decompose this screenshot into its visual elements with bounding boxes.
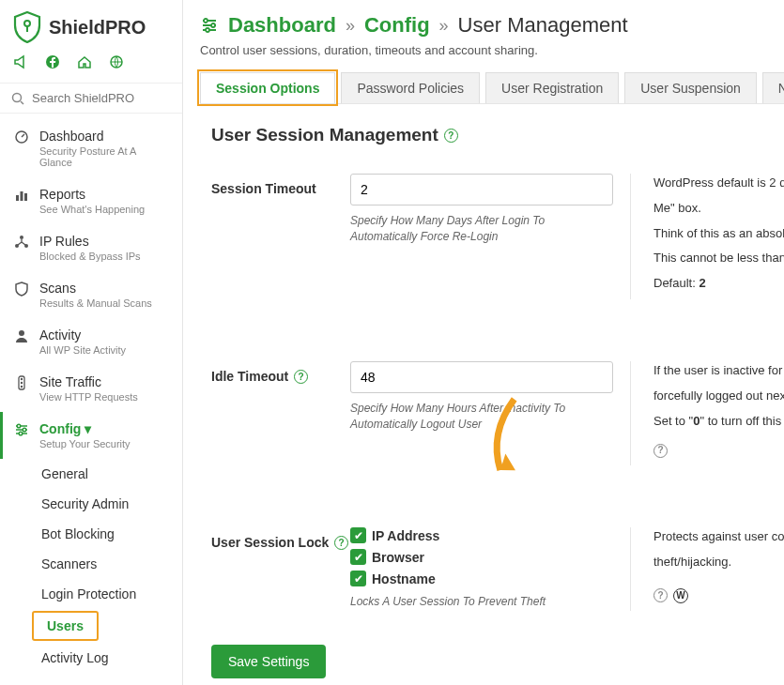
svg-point-14 (21, 378, 23, 380)
hint-session-lock: Locks A User Session To Prevent Theft (350, 594, 613, 610)
section-title: User Session Management ? (211, 125, 784, 145)
tab-user-suspension[interactable]: User Suspension (624, 72, 757, 103)
sidebar-item-activity[interactable]: ActivityAll WP Site Activity (0, 318, 182, 365)
breadcrumb: Dashboard » Config » User Management (200, 13, 784, 38)
traffic-icon (13, 375, 30, 390)
shield-icon (13, 282, 30, 297)
sidebar-item-site-traffic[interactable]: Site TrafficView HTTP Requests (0, 365, 182, 412)
svg-rect-7 (21, 191, 23, 201)
tab-session-options[interactable]: Session Options (200, 72, 335, 103)
svg-point-17 (17, 424, 21, 428)
help-idle-timeout: If the user is inactive for the nu force… (630, 361, 784, 465)
subnav-users[interactable]: Users (32, 611, 99, 641)
svg-rect-8 (24, 193, 27, 201)
shield-logo-icon (13, 11, 41, 43)
save-button[interactable]: Save Settings (211, 645, 326, 678)
sidebar-item-config-[interactable]: Config ▾Setup Your Security (0, 412, 182, 459)
hint-idle-timeout: Specify How Many Hours After Inactivity … (350, 401, 613, 433)
subnav-bot-blocking[interactable]: Bot Blocking (32, 519, 182, 549)
globe-icon[interactable] (109, 54, 124, 69)
input-session-timeout[interactable] (350, 174, 613, 206)
help-icon[interactable]: ? (444, 129, 458, 143)
sidebar-item-reports[interactable]: ReportsSee What's Happening (0, 177, 182, 224)
search-icon (11, 92, 24, 105)
gauge-icon (13, 129, 30, 145)
sliders-icon (13, 422, 30, 437)
wordpress-icon[interactable]: W (673, 588, 688, 603)
person-icon (13, 328, 30, 343)
label-session-lock: User Session Lock ? (211, 527, 350, 550)
search-box[interactable] (0, 83, 182, 114)
crumb-config[interactable]: Config (364, 13, 430, 38)
svg-rect-6 (16, 195, 19, 201)
megaphone-icon[interactable] (13, 54, 28, 69)
label-session-timeout: Session Timeout (211, 174, 350, 196)
svg-rect-1 (26, 25, 28, 32)
facebook-icon[interactable] (45, 54, 60, 69)
help-icon[interactable]: ? (653, 588, 668, 602)
sliders-icon (200, 16, 219, 35)
checkbox-browser[interactable]: ✔Browser (350, 549, 613, 565)
crumb-current: User Management (458, 13, 628, 38)
home-icon[interactable] (77, 54, 92, 69)
brand: ShieldPRO (0, 0, 182, 49)
page-description: Control user sessions, duration, timeout… (200, 43, 784, 57)
svg-point-18 (23, 428, 26, 432)
hint-session-timeout: Specify How Many Days After Login To Aut… (350, 213, 613, 245)
svg-point-9 (20, 236, 23, 239)
check-icon: ✔ (350, 549, 366, 565)
row-session-timeout: Session Timeout Specify How Many Days Af… (211, 174, 784, 299)
help-icon[interactable]: ? (334, 536, 348, 550)
tabs: Session OptionsPassword PoliciesUser Reg… (200, 72, 784, 104)
subnav-scanners[interactable]: Scanners (32, 549, 182, 579)
tab-notifications[interactable]: Notifications (762, 72, 784, 103)
bars-icon (13, 188, 30, 203)
row-idle-timeout: Idle Timeout ? Specify How Many Hours Af… (211, 361, 784, 465)
help-session-timeout: WordPress default is 2 days, o Me" box. … (630, 174, 784, 299)
search-input[interactable] (32, 91, 171, 105)
svg-point-15 (21, 382, 23, 384)
help-icon[interactable]: ? (653, 444, 668, 458)
subnav-login-protection[interactable]: Login Protection (32, 579, 182, 609)
svg-point-4 (13, 93, 22, 101)
svg-point-16 (21, 386, 23, 388)
network-icon (13, 235, 30, 250)
checkbox-hostname[interactable]: ✔Hostname (350, 571, 613, 586)
crumb-dashboard[interactable]: Dashboard (228, 13, 336, 38)
label-idle-timeout: Idle Timeout ? (211, 361, 350, 384)
sidebar-nav: DashboardSecurity Posture At A GlanceRep… (0, 114, 182, 685)
check-icon: ✔ (350, 571, 366, 586)
subnav-general[interactable]: General (32, 459, 182, 489)
help-icon[interactable]: ? (294, 370, 308, 384)
svg-point-22 (206, 28, 209, 32)
check-icon: ✔ (350, 527, 366, 543)
svg-point-21 (211, 23, 215, 27)
subnav-security-admin[interactable]: Security Admin (32, 489, 182, 519)
input-idle-timeout[interactable] (350, 361, 613, 393)
sidebar-item-dashboard[interactable]: DashboardSecurity Posture At A Glance (0, 119, 182, 177)
row-session-lock: User Session Lock ? ✔IP Address ✔Browser… (211, 527, 784, 610)
svg-point-12 (19, 330, 24, 336)
sidebar-item-ip-rules[interactable]: IP RulesBlocked & Bypass IPs (0, 224, 182, 271)
sidebar-item-scans[interactable]: ScansResults & Manual Scans (0, 271, 182, 318)
svg-point-19 (19, 432, 23, 435)
svg-point-20 (204, 19, 208, 23)
help-session-lock: Protects against user compromi theft/hij… (630, 527, 784, 610)
checkbox-ip-address[interactable]: ✔IP Address (350, 527, 613, 543)
subnav-activity-log[interactable]: Activity Log (32, 643, 182, 673)
brand-name: ShieldPRO (49, 17, 146, 38)
tab-user-registration[interactable]: User Registration (485, 72, 619, 103)
tab-password-policies[interactable]: Password Policies (341, 72, 480, 103)
